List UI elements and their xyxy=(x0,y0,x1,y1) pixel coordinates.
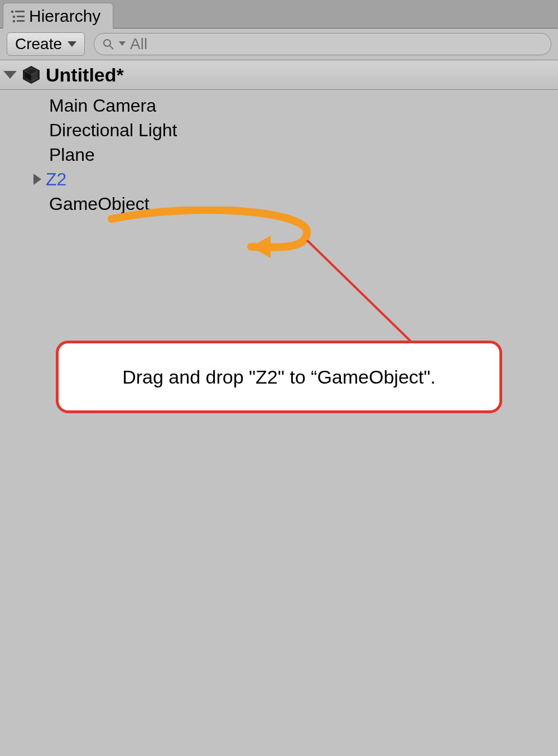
dropdown-icon xyxy=(68,41,76,47)
hierarchy-item-gameobject[interactable]: GameObject xyxy=(0,192,558,216)
dropdown-icon xyxy=(119,41,126,47)
svg-rect-4 xyxy=(13,20,15,22)
create-button-label: Create xyxy=(15,35,62,53)
list-item-label: GameObject xyxy=(49,194,150,214)
svg-point-7 xyxy=(104,40,110,46)
list-item-label: Z2 xyxy=(46,169,66,190)
hierarchy-icon xyxy=(11,9,25,23)
annotation-callout: Drag and drop "Z2" to “GameObject". xyxy=(56,341,502,413)
search-placeholder: All xyxy=(130,35,147,53)
svg-marker-9 xyxy=(119,41,126,46)
chevron-right-icon[interactable] xyxy=(33,174,41,185)
tab-hierarchy[interactable]: Hierarchy xyxy=(3,3,113,28)
svg-rect-3 xyxy=(17,16,25,17)
svg-rect-0 xyxy=(11,11,13,13)
annotation-pointer-line-icon xyxy=(240,240,435,352)
list-item-label: Main Camera xyxy=(49,95,156,116)
hierarchy-toolbar: Create All xyxy=(0,28,558,60)
tab-label: Hierarchy xyxy=(29,7,100,26)
list-item-label: Plane xyxy=(49,145,95,165)
chevron-down-icon xyxy=(3,71,17,79)
svg-marker-6 xyxy=(68,41,76,47)
panel-tab-strip: Hierarchy xyxy=(0,0,558,28)
search-input[interactable]: All xyxy=(94,33,551,55)
hierarchy-item-plane[interactable]: Plane xyxy=(0,142,558,167)
scene-header-row[interactable]: Untitled* xyxy=(0,60,558,90)
unity-logo-icon xyxy=(21,65,41,85)
search-icon xyxy=(102,38,114,50)
create-button[interactable]: Create xyxy=(7,32,85,56)
svg-line-16 xyxy=(307,240,413,343)
annotation-text: Drag and drop "Z2" to “GameObject". xyxy=(122,366,436,388)
svg-rect-1 xyxy=(15,11,25,12)
hierarchy-item-main-camera[interactable]: Main Camera xyxy=(0,93,558,118)
scene-title: Untitled* xyxy=(46,64,124,86)
hierarchy-item-directional-light[interactable]: Directional Light xyxy=(0,118,558,142)
hierarchy-item-z2[interactable]: Z2 xyxy=(0,167,558,192)
svg-rect-2 xyxy=(13,16,15,18)
svg-rect-5 xyxy=(17,20,25,22)
svg-marker-15 xyxy=(251,236,271,258)
list-item-label: Directional Light xyxy=(49,120,177,141)
svg-line-8 xyxy=(110,46,113,49)
hierarchy-list: Main Camera Directional Light Plane Z2 G… xyxy=(0,90,558,219)
